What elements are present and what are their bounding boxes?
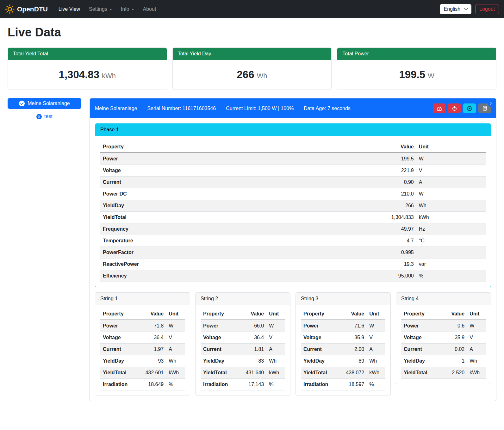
table-row: YieldTotal 1,304.833 kWh [100, 212, 486, 223]
property-cell: PowerFactor [100, 247, 289, 259]
col-value: Value [441, 308, 467, 320]
power-icon [452, 106, 457, 111]
brand-label: OpenDTU [17, 5, 48, 13]
string-3-table: Property Value Unit Power [301, 308, 385, 390]
table-header-row: Property Value Unit [100, 141, 486, 153]
inverter-data-age: Data Age: 7 seconds [304, 106, 351, 111]
property-cell: YieldTotal [201, 367, 238, 379]
table-row: Current 1.81 A [201, 344, 285, 355]
nav-about[interactable]: About [139, 4, 160, 15]
caret-down-icon [132, 9, 134, 10]
table-row: Voltage 221.9 V [100, 165, 486, 177]
unit-cell: V [166, 332, 185, 344]
unit-cell: W [266, 320, 285, 332]
table-row: Power DC 210.0 W [100, 188, 486, 200]
col-value: Value [289, 141, 416, 153]
col-unit: Unit [266, 308, 285, 320]
table-header-row: Property Value Unit [401, 308, 486, 320]
value-cell: 4.7 [289, 235, 416, 247]
string-title: String 1 [95, 293, 190, 305]
value-cell: 432.601 [137, 367, 166, 379]
value-cell: 35.9 [338, 332, 367, 344]
table-row: Power 71.6 W [301, 320, 385, 332]
unit-cell: V [367, 332, 385, 344]
value-cell: 83 [238, 355, 267, 367]
property-cell: YieldDay [100, 200, 289, 212]
event-log-button[interactable]: 2 [478, 103, 491, 113]
value-cell: 1,304.833 [289, 212, 416, 223]
table-row: Efficiency 95.000 % [100, 270, 486, 282]
inverter-list: Meine Solaranlage test [8, 98, 81, 119]
value-cell: 0.90 [289, 177, 416, 188]
property-cell: Current [100, 344, 137, 355]
table-row: Irradiation 17.143 % [201, 379, 285, 390]
unit-cell: var [416, 259, 486, 270]
value-cell: 93 [137, 355, 166, 367]
unit-cell: Hz [416, 223, 486, 235]
value-cell: 0.02 [441, 344, 467, 355]
table-row: YieldDay 83 Wh [201, 355, 285, 367]
unit-cell: % [166, 379, 185, 390]
card-title: Total Power [337, 48, 496, 60]
value-cell: 1 [441, 355, 467, 367]
unit-cell: kWh [416, 212, 486, 223]
card-value: 266 [237, 69, 254, 80]
inverter-serial: Serial Number: 116171603546 [147, 106, 216, 111]
string-3-card: String 3 Property Value Unit [296, 292, 391, 396]
cpu-icon [467, 106, 472, 111]
strings-row: String 1 Property Value Unit [95, 292, 491, 396]
summary-cards: Total Yield Total 1,304.83kWh Total Yiel… [8, 47, 496, 90]
property-cell: YieldDay [201, 355, 238, 367]
unit-cell: Wh [266, 355, 285, 367]
table-row: YieldTotal 438.072 kWh [301, 367, 385, 379]
property-cell: Power [201, 320, 238, 332]
table-row: YieldDay 266 Wh [100, 200, 486, 212]
table-row: PowerFactor 0.995 [100, 247, 486, 259]
table-row: Irradiation 18.597 % [301, 379, 385, 390]
caret-down-icon [109, 9, 112, 10]
table-row: YieldDay 93 Wh [100, 355, 185, 367]
inverter-name: Meine Solaranlage [95, 106, 137, 111]
col-value: Value [238, 308, 267, 320]
page-title: Live Data [8, 26, 496, 39]
property-cell: Irradiation [301, 379, 338, 390]
value-cell: 0.6 [441, 320, 467, 332]
inverter-item-test[interactable]: test [8, 114, 81, 119]
limit-settings-button[interactable] [433, 103, 445, 113]
table-header-row: Property Value Unit [100, 308, 185, 320]
logout-button[interactable]: Logout [475, 4, 499, 14]
property-cell: YieldDay [100, 355, 137, 367]
unit-cell: % [367, 379, 385, 390]
value-cell: 18.597 [338, 379, 367, 390]
table-row: Current 1.97 A [100, 344, 185, 355]
inverter-select-button[interactable]: Meine Solaranlage [8, 98, 81, 109]
property-cell: Current [201, 344, 238, 355]
table-header-row: Property Value Unit [201, 308, 285, 320]
device-info-button[interactable] [463, 103, 476, 113]
brand[interactable]: OpenDTU [5, 4, 48, 14]
nav-live-view[interactable]: Live View [55, 4, 84, 15]
unit-cell: kWh [367, 367, 385, 379]
sun-logo-icon [5, 4, 15, 14]
col-unit: Unit [166, 308, 185, 320]
col-value: Value [338, 308, 367, 320]
inverter-card-header: Meine Solaranlage Serial Number: 1161716… [90, 98, 496, 118]
value-cell: 71.8 [137, 320, 166, 332]
property-cell: Efficiency [100, 270, 289, 282]
table-row: YieldDay 89 Wh [301, 355, 385, 367]
nav-info[interactable]: Info [117, 4, 138, 15]
table-row: Voltage 36.4 V [100, 332, 185, 344]
property-cell: Irradiation [201, 379, 238, 390]
value-cell: 17.143 [238, 379, 267, 390]
string-title: String 4 [396, 293, 491, 305]
table-row: Current 2.00 A [301, 344, 385, 355]
unit-cell: W [467, 320, 486, 332]
nav-settings[interactable]: Settings [85, 4, 116, 15]
language-selector[interactable]: English [440, 4, 471, 14]
power-button[interactable] [448, 103, 461, 113]
unit-cell: W [166, 320, 185, 332]
table-header-row: Property Value Unit [301, 308, 385, 320]
property-cell: Current [401, 344, 441, 355]
card-unit: kWh [102, 72, 116, 80]
unit-cell: Wh [467, 355, 486, 367]
